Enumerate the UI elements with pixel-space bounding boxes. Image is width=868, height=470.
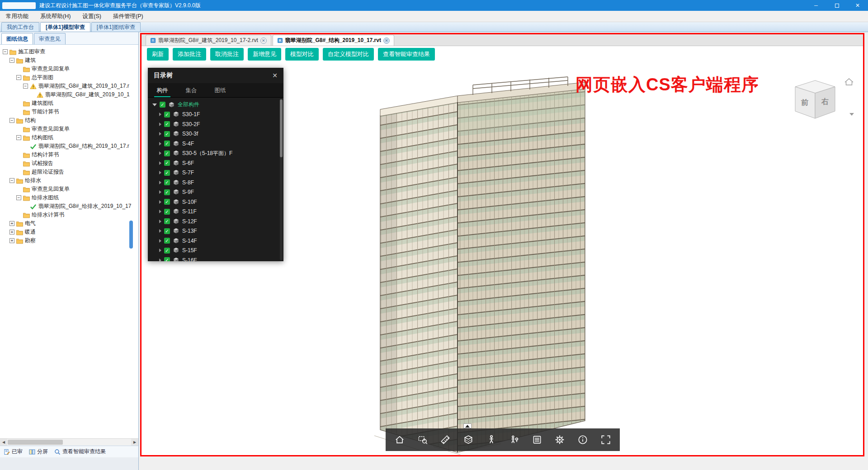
- tree-item[interactable]: 翡翠湖别院_G8#_给排水_2019_10_17: [2, 202, 137, 211]
- viewer-fullscreen-button[interactable]: [597, 431, 615, 449]
- tree-item[interactable]: 施工图审查: [2, 47, 137, 56]
- catalog-item[interactable]: S-8F: [152, 178, 283, 188]
- checkbox-checked[interactable]: [164, 150, 170, 156]
- catalog-item[interactable]: S-9F: [152, 188, 283, 197]
- tab-review-opinions[interactable]: 审查意见: [34, 33, 66, 44]
- catalog-root-item[interactable]: 全部构件: [152, 100, 283, 110]
- expand-arrow-icon[interactable]: [159, 220, 161, 223]
- catalog-item[interactable]: S-11F: [152, 207, 283, 217]
- expand-arrow-icon[interactable]: [159, 181, 161, 184]
- cube-menu-caret-icon[interactable]: [849, 113, 854, 116]
- collapse-icon[interactable]: [16, 195, 21, 200]
- checkbox-checked[interactable]: [164, 199, 170, 205]
- tree-item[interactable]: 勘察: [2, 236, 137, 245]
- tree-item[interactable]: 翡翠湖别院_G8#_建筑_2019_10_1: [2, 90, 137, 99]
- reviewed-toggle[interactable]: 已审: [4, 448, 23, 456]
- tree-item[interactable]: 审查意见回复单: [2, 65, 137, 73]
- catalog-item[interactable]: S30-5（5-18平面）F: [152, 149, 283, 159]
- expand-icon[interactable]: [9, 221, 14, 226]
- catalog-item[interactable]: S-13F: [152, 226, 283, 236]
- catalog-item[interactable]: S-14F: [152, 236, 283, 246]
- expand-arrow-icon[interactable]: [159, 249, 161, 252]
- viewer-home-button[interactable]: [391, 431, 409, 449]
- expand-arrow-icon[interactable]: [159, 171, 161, 174]
- scroll-right-icon[interactable]: [131, 439, 138, 446]
- tree-item[interactable]: 超限论证报告: [2, 168, 137, 176]
- tree-vertical-scrollbar[interactable]: [129, 221, 133, 249]
- expand-arrow-icon[interactable]: [159, 132, 161, 136]
- tree-item[interactable]: 给排水计算书: [2, 211, 137, 219]
- cancel-annotation-button[interactable]: 取消批注: [210, 48, 244, 61]
- scroll-left-icon[interactable]: [0, 439, 7, 446]
- tree-horizontal-scrollbar[interactable]: [0, 438, 138, 446]
- checkbox-checked[interactable]: [164, 209, 170, 215]
- navigation-cube[interactable]: 前 右: [788, 75, 856, 128]
- viewer-zoom-select-button[interactable]: [414, 431, 432, 449]
- viewer-settings-button[interactable]: [551, 431, 569, 449]
- collapse-icon[interactable]: [16, 135, 21, 140]
- checkbox-checked[interactable]: [164, 160, 170, 166]
- scrollbar-thumb[interactable]: [8, 440, 63, 445]
- checkbox-checked[interactable]: [164, 179, 170, 185]
- checkbox-checked[interactable]: [164, 218, 170, 224]
- doc-tab-structure[interactable]: 翡翠湖别院_G8#_结构_2019_10_17.rvt: [273, 35, 394, 46]
- tree-item[interactable]: 给排水图纸: [2, 193, 137, 202]
- tree-item[interactable]: 暖通: [2, 228, 137, 236]
- maximize-button[interactable]: [826, 0, 847, 11]
- viewer-section-button[interactable]: [459, 431, 477, 449]
- catalog-tab-components[interactable]: 构件: [148, 83, 177, 97]
- model-compare-button[interactable]: 模型对比: [285, 48, 319, 61]
- cube-home-icon[interactable]: [845, 79, 853, 85]
- tree-item[interactable]: 总平面图: [2, 73, 137, 82]
- catalog-item[interactable]: S-12F: [152, 216, 283, 226]
- tree-item[interactable]: 翡翠湖别院_G8#_结构_2019_10_17.r: [2, 142, 137, 150]
- viewer-roam-button[interactable]: [505, 431, 523, 449]
- checkbox-checked[interactable]: [164, 228, 170, 234]
- checkbox-checked[interactable]: [164, 257, 170, 261]
- model-viewport[interactable]: 网页嵌入CS客户端程序 前 右: [142, 62, 863, 455]
- tree-item[interactable]: 建筑: [2, 56, 137, 65]
- menu-settings[interactable]: 设置(S): [76, 11, 107, 22]
- doc-tab-architecture[interactable]: 翡翠湖别院_G8#_建筑_2019_10_17-2.rvt: [146, 35, 271, 46]
- checkbox-checked[interactable]: [164, 248, 170, 254]
- expand-arrow-icon[interactable]: [159, 161, 161, 165]
- close-tab-icon[interactable]: [383, 38, 390, 44]
- viewer-properties-button[interactable]: [528, 431, 546, 449]
- expand-arrow-icon[interactable]: [159, 113, 161, 116]
- catalog-item[interactable]: S-10F: [152, 197, 283, 207]
- collapse-icon[interactable]: [23, 84, 28, 89]
- split-screen-toggle[interactable]: 分屏: [29, 448, 48, 456]
- collapse-icon[interactable]: [9, 178, 14, 183]
- viewer-walk-button[interactable]: [482, 431, 500, 449]
- tree-item[interactable]: 审查意见回复单: [2, 125, 137, 133]
- viewer-info-button[interactable]: [574, 431, 592, 449]
- tree-item[interactable]: 结构: [2, 116, 137, 125]
- expand-arrow-icon[interactable]: [159, 239, 161, 243]
- menu-common-functions[interactable]: 常用功能: [0, 11, 34, 22]
- expand-arrow-icon[interactable]: [159, 200, 161, 204]
- catalog-close-icon[interactable]: [272, 72, 278, 79]
- tab-my-workbench[interactable]: 我的工作台: [1, 22, 39, 32]
- minimize-button[interactable]: [806, 0, 826, 11]
- checkbox-checked[interactable]: [164, 112, 170, 118]
- expand-arrow-icon[interactable]: [159, 142, 161, 146]
- collapse-icon[interactable]: [9, 118, 14, 123]
- tree-item[interactable]: 翡翠湖别院_G8#_建筑_2019_10_17.r: [2, 82, 137, 90]
- tab-drawing-review[interactable]: [单体1]图纸审查: [91, 22, 141, 32]
- tree-item[interactable]: 结构图纸: [2, 133, 137, 142]
- catalog-scrollbar-thumb[interactable]: [280, 99, 283, 157]
- catalog-item[interactable]: S-6F: [152, 158, 283, 168]
- checkbox-checked[interactable]: [160, 102, 165, 108]
- tab-model-review[interactable]: [单体1]模型审查: [40, 22, 90, 32]
- catalog-tab-sets[interactable]: 集合: [177, 83, 206, 97]
- expand-arrow-icon[interactable]: [159, 258, 161, 261]
- catalog-item[interactable]: S-4F: [152, 139, 283, 149]
- menu-plugin-management[interactable]: 插件管理(P): [107, 11, 149, 22]
- smart-review-results-link[interactable]: 查看智能审查结果: [54, 448, 106, 456]
- catalog-item[interactable]: S30-1F: [152, 110, 283, 120]
- catalog-item[interactable]: S30-3f: [152, 129, 283, 139]
- tree-item[interactable]: 试桩报告: [2, 159, 137, 168]
- expand-arrow-icon[interactable]: [159, 190, 161, 194]
- tab-drawing-info[interactable]: 图纸信息: [1, 33, 33, 44]
- close-tab-icon[interactable]: [260, 38, 267, 44]
